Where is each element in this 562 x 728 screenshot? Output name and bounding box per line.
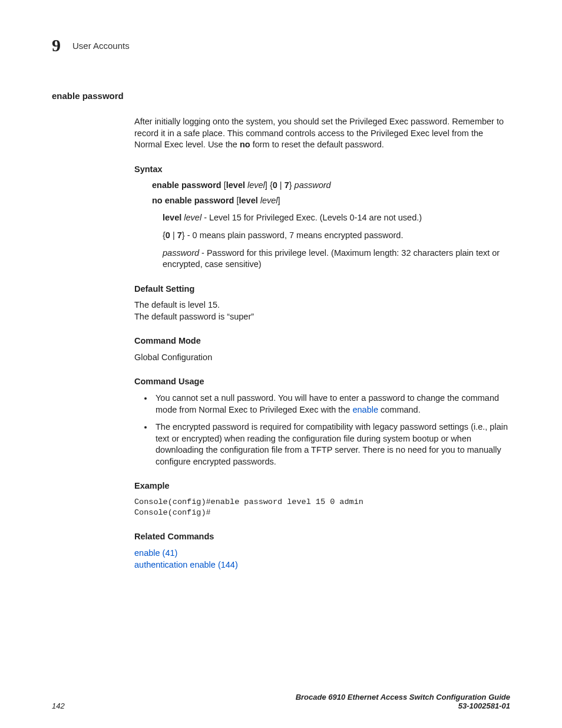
chapter-title: User Accounts <box>72 41 130 51</box>
document-page: 9 User Accounts enable password After in… <box>0 0 562 728</box>
usage-bullet-2: The encrypted password is required for c… <box>153 421 510 467</box>
related-link-auth-enable[interactable]: authentication enable (144) <box>134 560 238 569</box>
bullet-text: command. <box>378 405 421 414</box>
param-keyword: 0 <box>166 230 170 240</box>
related-link-1-row: enable (41) <box>134 548 510 559</box>
section-title: enable password <box>52 91 510 101</box>
example-heading: Example <box>134 480 510 492</box>
param-zero-seven: {0 | 7} - 0 means plain password, 7 mean… <box>163 230 510 242</box>
page-header: 9 User Accounts <box>52 35 510 55</box>
syntax-line-2: no enable password [level level] <box>152 195 510 207</box>
enable-link[interactable]: enable <box>352 405 378 414</box>
intro-paragraph: After initially logging onto the system,… <box>134 116 510 151</box>
param-password: password - Password for this privilege l… <box>163 248 510 271</box>
bullet-text: You cannot set a null password. You will… <box>156 393 499 414</box>
example-code: Console(config)#enable password level 15… <box>134 497 510 518</box>
command-usage-heading: Command Usage <box>134 376 510 388</box>
param-keyword: 7 <box>177 230 182 240</box>
syntax-keyword: 0 <box>273 180 277 190</box>
param-name: level <box>163 213 181 222</box>
syntax-text: ] { <box>265 180 273 190</box>
param-text: | <box>170 230 177 240</box>
syntax-text: | <box>277 180 285 190</box>
footer-doc-title: Brocade 6910 Ethernet Access Switch Conf… <box>296 693 510 701</box>
chapter-number: 9 <box>52 35 61 55</box>
syntax-param: level <box>258 196 278 205</box>
section-body: After initially logging onto the system,… <box>134 116 510 571</box>
syntax-keyword: level <box>226 180 245 190</box>
footer-doc-number: 53-1002581-01 <box>296 701 510 710</box>
syntax-cmd: enable password <box>152 180 222 190</box>
related-link-2-row: authentication enable (144) <box>134 559 510 571</box>
syntax-param: level <box>245 180 265 190</box>
default-setting-heading: Default Setting <box>134 284 510 295</box>
param-desc: - Password for this privilege level. (Ma… <box>163 248 500 269</box>
syntax-text: } <box>289 180 295 190</box>
syntax-keyword: 7 <box>285 180 289 190</box>
syntax-param: password <box>295 180 331 190</box>
command-usage-list: You cannot set a null password. You will… <box>134 393 510 467</box>
usage-bullet-1: You cannot set a null password. You will… <box>153 393 510 416</box>
syntax-text: ] <box>278 196 280 205</box>
intro-text-2: form to reset the default password. <box>250 140 384 149</box>
default-setting-line1: The default is level 15. <box>134 299 510 311</box>
related-link-enable[interactable]: enable (41) <box>134 548 177 558</box>
page-footer: 142 Brocade 6910 Ethernet Access Switch … <box>52 693 510 710</box>
command-mode-text: Global Configuration <box>134 352 510 364</box>
related-commands-heading: Related Commands <box>134 531 510 543</box>
intro-no-keyword: no <box>240 140 250 149</box>
param-desc: - Level 15 for Privileged Exec. (Levels … <box>201 213 422 222</box>
syntax-heading: Syntax <box>134 164 510 176</box>
command-mode-heading: Command Mode <box>134 335 510 347</box>
footer-doc-info: Brocade 6910 Ethernet Access Switch Conf… <box>296 693 510 710</box>
param-var: password <box>163 248 199 258</box>
param-var: level <box>181 213 201 222</box>
default-setting-line2: The default password is “super” <box>134 311 510 323</box>
syntax-text: [ <box>222 180 226 190</box>
param-text: } - 0 means plain password, 7 means encr… <box>182 230 404 240</box>
footer-page-number: 142 <box>52 701 65 710</box>
param-level: level level - Level 15 for Privileged Ex… <box>163 212 510 224</box>
syntax-keyword: level <box>239 196 257 205</box>
syntax-line-1: enable password [level level] {0 | 7} pa… <box>152 180 510 192</box>
syntax-cmd: no enable password <box>152 196 234 205</box>
